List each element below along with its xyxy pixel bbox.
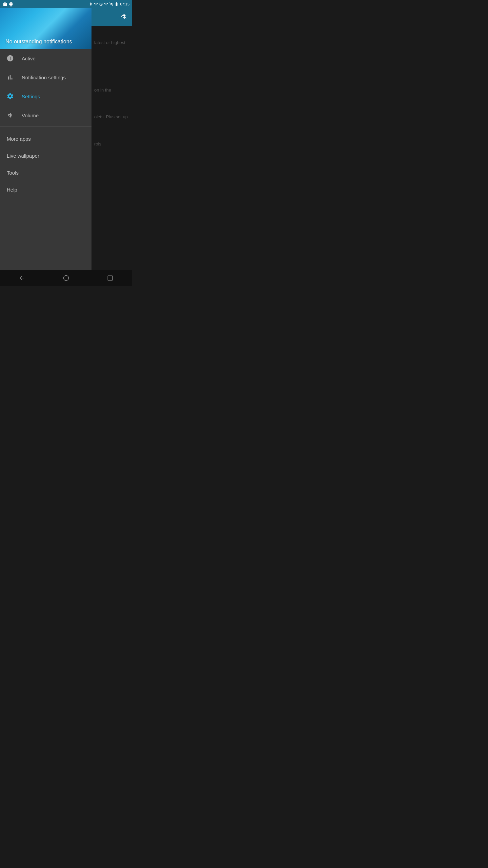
navigation-drawer: No outstanding notifications Active Noti… bbox=[0, 8, 92, 286]
right-text-1: latest or highest bbox=[94, 39, 129, 46]
status-bar: 07:15 bbox=[0, 0, 132, 8]
more-apps-label: More apps bbox=[7, 136, 31, 142]
menu-item-live-wallpaper[interactable]: Live wallpaper bbox=[0, 147, 92, 164]
navigation-bar bbox=[0, 270, 132, 286]
svg-rect-1 bbox=[108, 276, 113, 280]
bar-chart-icon bbox=[5, 73, 15, 82]
flask-icon: ⚗ bbox=[121, 13, 127, 21]
menu-item-active[interactable]: Active bbox=[0, 49, 92, 68]
menu-notification-settings-label: Notification settings bbox=[22, 75, 66, 80]
svg-point-0 bbox=[64, 276, 69, 281]
gear-icon bbox=[5, 92, 15, 101]
right-text-3: olets. Plus set up bbox=[94, 114, 129, 120]
no-notifications-text: No outstanding notifications bbox=[5, 39, 72, 45]
menu-settings-label: Settings bbox=[22, 94, 40, 99]
menu-item-notification-settings[interactable]: Notification settings bbox=[0, 68, 92, 87]
tools-label: Tools bbox=[7, 170, 19, 176]
home-button[interactable] bbox=[60, 272, 72, 284]
status-left-icons bbox=[3, 2, 14, 6]
menu-item-volume[interactable]: Volume bbox=[0, 106, 92, 125]
alert-icon bbox=[5, 54, 15, 63]
menu-divider bbox=[0, 126, 92, 126]
menu-item-settings[interactable]: Settings bbox=[0, 87, 92, 106]
help-label: Help bbox=[7, 187, 17, 193]
live-wallpaper-label: Live wallpaper bbox=[7, 153, 39, 159]
menu-item-tools[interactable]: Tools bbox=[0, 164, 92, 181]
speaker-icon bbox=[5, 111, 15, 120]
drawer-header: No outstanding notifications bbox=[0, 8, 92, 49]
right-text-2: on in the bbox=[94, 87, 129, 94]
back-button[interactable] bbox=[16, 272, 28, 284]
status-right-icons: 07:15 bbox=[89, 2, 129, 6]
recent-button[interactable] bbox=[104, 272, 116, 284]
menu-item-help[interactable]: Help bbox=[0, 181, 92, 198]
right-text-4: rols bbox=[94, 141, 129, 147]
menu-active-label: Active bbox=[22, 56, 36, 61]
more-section: More apps Live wallpaper Tools Help bbox=[0, 128, 92, 201]
drawer-menu: Active Notification settings Settings bbox=[0, 49, 92, 286]
menu-item-more-apps[interactable]: More apps bbox=[0, 131, 92, 147]
right-content: latest or highest on in the olets. Plus … bbox=[92, 34, 132, 159]
menu-volume-label: Volume bbox=[22, 113, 39, 118]
status-time: 07:15 bbox=[120, 2, 129, 6]
